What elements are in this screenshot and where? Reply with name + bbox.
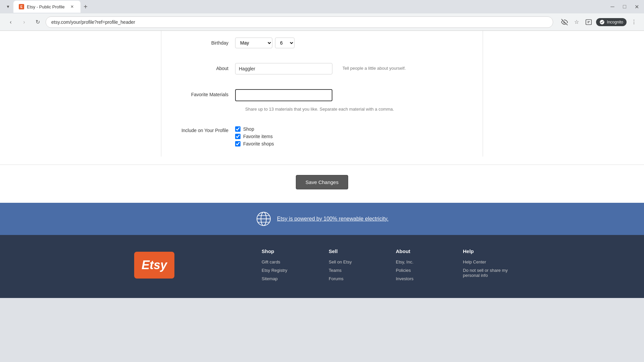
etsy-logo: Etsy (134, 252, 174, 279)
footer-link-etsy-registry[interactable]: Etsy Registry (262, 268, 315, 273)
browser-window: ▼ E Etsy - Public Profile ✕ + ─ □ ✕ ‹ › … (0, 0, 644, 362)
footer-col-about: About Etsy, Inc. Policies Investors (389, 248, 456, 285)
footer-columns: Shop Gift cards Etsy Registry Sitemap Se… (255, 248, 523, 285)
bookmark-icon[interactable]: ☆ (572, 17, 581, 27)
about-label: About (175, 63, 235, 71)
birthday-label: Birthday (175, 38, 235, 46)
birthday-row: Birthday May JanuaryFebruaryMarchApril J… (161, 31, 483, 52)
footer-shop-title: Shop (262, 248, 315, 254)
browser-titlebar: ▼ E Etsy - Public Profile ✕ + ─ □ ✕ (0, 0, 644, 13)
footer-help-title: Help (463, 248, 517, 254)
profile-icon[interactable] (584, 17, 593, 27)
birthday-month-select[interactable]: May JanuaryFebruaryMarchApril JuneJulyAu… (235, 38, 272, 48)
incognito-label: Incognito (607, 20, 623, 24)
footer-link-policies[interactable]: Policies (396, 268, 449, 273)
favorite-materials-hint: Share up to 13 materials that you like. … (245, 104, 394, 112)
include-on-profile-label: Include on Your Profile (175, 126, 235, 133)
footer-col-help: Help Help Center Do not sell or share my… (456, 248, 523, 285)
footer-link-sell-on-etsy[interactable]: Sell on Etsy (329, 259, 382, 264)
window-controls: ─ □ ✕ (608, 2, 641, 11)
about-row: About Tell people a little about yoursel… (161, 60, 483, 78)
back-button[interactable]: ‹ (5, 17, 16, 27)
browser-tab-active[interactable]: E Etsy - Public Profile ✕ (13, 1, 80, 13)
footer-col-shop: Shop Gift cards Etsy Registry Sitemap (255, 248, 322, 285)
address-bar[interactable]: etsy.com/your/profile?ref=profile_header (46, 16, 553, 28)
checkbox-group: Shop Favorite items Favorite shops (235, 126, 274, 146)
footer-logo-section: Etsy (121, 248, 255, 285)
shop-checkbox-item[interactable]: Shop (235, 126, 274, 132)
tab-close-button[interactable]: ✕ (69, 4, 75, 10)
globe-icon (256, 211, 272, 227)
footer-link-help-center[interactable]: Help Center (463, 259, 517, 264)
favorite-shops-checkbox-item[interactable]: Favorite shops (235, 141, 274, 146)
minimize-button[interactable]: ─ (608, 2, 617, 11)
reload-button[interactable]: ↻ (32, 17, 43, 27)
shop-checkbox[interactable] (235, 126, 240, 132)
footer-link-investors[interactable]: Investors (396, 276, 449, 281)
footer-link-sitemap[interactable]: Sitemap (262, 276, 315, 281)
tab-title: Etsy - Public Profile (27, 4, 65, 9)
footer-link-teams[interactable]: Teams (329, 268, 382, 273)
favorite-items-checkbox-item[interactable]: Favorite items (235, 134, 274, 139)
renewable-banner: Etsy is powered by 100% renewable electr… (0, 203, 644, 235)
save-changes-button[interactable]: Save Changes (296, 175, 348, 189)
footer-link-forums[interactable]: Forums (329, 276, 382, 281)
birthday-day-select[interactable]: 6 12345 78910 (275, 38, 294, 48)
favorite-materials-field-wrapper (235, 89, 332, 101)
renewable-link[interactable]: Etsy is powered by 100% renewable electr… (277, 216, 388, 222)
favorite-materials-row: Favorite Materials Share up to 13 materi… (161, 86, 483, 115)
close-button[interactable]: ✕ (632, 2, 641, 11)
forward-button[interactable]: › (19, 17, 30, 27)
page-scroll-area: Birthday May JanuaryFebruaryMarchApril J… (0, 31, 644, 298)
url-text: etsy.com/your/profile?ref=profile_header (51, 19, 135, 25)
about-hint: Tell people a little about yourself. (342, 63, 406, 71)
eye-slash-icon[interactable] (560, 17, 569, 27)
tab-group-button[interactable]: ▼ (3, 1, 13, 12)
new-tab-button[interactable]: + (80, 2, 91, 12)
save-section: Save Changes (0, 165, 644, 203)
address-icons: ☆ Incognito ⋮ (560, 17, 639, 27)
footer-col-sell: Sell Sell on Etsy Teams Forums (322, 248, 389, 285)
favorite-materials-label: Favorite Materials (175, 89, 235, 97)
menu-button[interactable]: ⋮ (629, 17, 639, 27)
favorite-items-checkbox-label: Favorite items (243, 134, 273, 139)
favorite-items-checkbox[interactable] (235, 134, 240, 139)
shop-checkbox-label: Shop (243, 126, 254, 132)
footer-link-gift-cards[interactable]: Gift cards (262, 259, 315, 264)
footer-link-do-not-sell[interactable]: Do not sell or share my personal info (463, 268, 517, 278)
svg-rect-1 (586, 19, 592, 24)
footer-about-title: About (396, 248, 449, 254)
birthday-selects: May JanuaryFebruaryMarchApril JuneJulyAu… (235, 38, 294, 48)
footer: Etsy Shop Gift cards Etsy Registry Sitem… (0, 235, 644, 298)
footer-inner: Etsy Shop Gift cards Etsy Registry Sitem… (121, 248, 523, 285)
footer-link-etsy-inc[interactable]: Etsy, Inc. (396, 259, 449, 264)
favorite-shops-checkbox[interactable] (235, 141, 240, 146)
about-input[interactable] (235, 63, 332, 74)
favorite-materials-input[interactable] (235, 89, 332, 101)
about-field-wrapper (235, 63, 332, 74)
browser-addressbar: ‹ › ↻ etsy.com/your/profile?ref=profile_… (0, 13, 644, 31)
tab-favicon: E (19, 4, 24, 9)
favorite-shops-checkbox-label: Favorite shops (243, 141, 274, 146)
incognito-badge: Incognito (596, 18, 627, 26)
footer-sell-title: Sell (329, 248, 382, 254)
maximize-button[interactable]: □ (620, 2, 629, 11)
include-on-profile-row: Include on Your Profile Shop Favorite it… (161, 123, 483, 157)
